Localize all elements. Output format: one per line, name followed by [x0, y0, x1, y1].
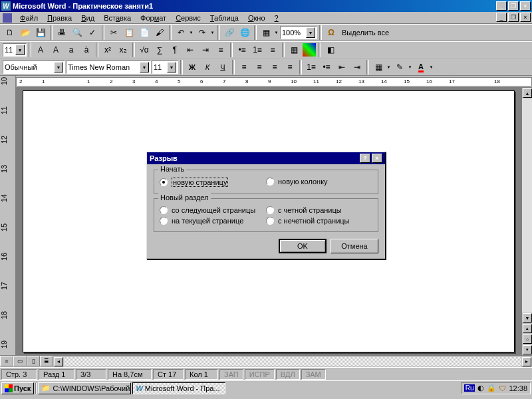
normal-view-icon[interactable]: ≡ — [0, 356, 13, 366]
numbered-list-icon[interactable]: 1≡ — [304, 60, 319, 74]
web-toolbar-icon[interactable]: 🌐 — [237, 25, 252, 40]
print-icon[interactable]: 🖶 — [55, 25, 69, 40]
x-super-icon[interactable]: x² — [100, 43, 115, 57]
highlight-icon[interactable]: ✎ — [392, 60, 407, 74]
menu-help[interactable]: ? — [271, 13, 283, 23]
web-view-icon[interactable]: ▭ — [13, 356, 27, 366]
ok-button[interactable]: OK — [279, 239, 327, 253]
radio-even-page[interactable]: с четной страницы — [266, 205, 372, 215]
paste-icon[interactable]: 📄 — [137, 25, 152, 40]
tables-borders-icon[interactable]: ▦ — [259, 25, 273, 40]
tray-icon-2[interactable]: 🔒 — [487, 384, 496, 392]
radio-new-column[interactable]: новую колонку — [266, 176, 372, 187]
align-left-icon[interactable]: ≡ — [237, 60, 251, 74]
menu-table[interactable]: Таблица — [206, 13, 243, 23]
browse-object-icon[interactable]: ○ — [523, 334, 532, 344]
borders-icon[interactable]: ▦ — [371, 60, 386, 74]
doc-minimize-button[interactable]: _ — [496, 13, 507, 22]
scroll-down-icon[interactable]: ▼ — [523, 313, 532, 323]
bold-icon[interactable]: Ж — [185, 60, 200, 74]
radio-new-page[interactable]: новую страницу — [160, 176, 266, 188]
zoom-combo[interactable]: 100%▼ — [280, 26, 317, 39]
outdent-icon[interactable]: ⇤ — [334, 60, 349, 74]
menu-view[interactable]: Вид — [77, 13, 98, 23]
cut-icon[interactable]: ✂ — [106, 25, 121, 40]
undo-icon[interactable]: ↶ — [174, 25, 188, 40]
maximize-button[interactable]: ❐ — [508, 1, 519, 11]
redo-icon[interactable]: ↷ — [195, 25, 209, 40]
paragraph-icon[interactable]: ¶ — [168, 43, 182, 57]
prev-page-icon[interactable]: ▴ — [523, 324, 532, 333]
taskbar-explorer[interactable]: 📁C:\WINDOWS\Рабочий с... — [38, 382, 131, 394]
menu-format[interactable]: Формат — [136, 13, 170, 23]
underline-icon[interactable]: Ч — [215, 60, 230, 74]
next-page-icon[interactable]: ▾ — [523, 345, 532, 354]
sum-icon[interactable]: ∑ — [152, 43, 167, 57]
small-a-icon[interactable]: a — [64, 43, 78, 57]
bullets-icon[interactable]: •≡ — [235, 43, 249, 57]
menu-file[interactable]: Файл — [16, 13, 42, 23]
menu-edit[interactable]: Правка — [43, 13, 76, 23]
accent-a-icon[interactable]: à — [79, 43, 94, 57]
left-align-icon[interactable]: ≡ — [213, 43, 228, 57]
superscript-a-icon[interactable]: A — [33, 43, 48, 57]
close-button[interactable]: × — [520, 1, 531, 11]
horizontal-scrollbar[interactable]: ◄ ► — [53, 356, 532, 367]
chart-icon[interactable] — [302, 43, 317, 57]
format-painter-icon[interactable]: 🖌 — [152, 25, 167, 40]
increase-indent-icon[interactable]: ⇥ — [198, 43, 213, 57]
dialog-close-button[interactable]: × — [372, 154, 382, 163]
italic-icon[interactable]: К — [200, 60, 215, 74]
font-size-combo[interactable]: 11▼ — [152, 61, 178, 74]
radio-next-page[interactable]: со следующей страницы — [160, 205, 266, 215]
doc-close-button[interactable]: × — [520, 13, 531, 22]
scroll-up-icon[interactable]: ▲ — [523, 88, 532, 98]
language-indicator[interactable]: Ru — [464, 384, 475, 392]
select-all-label[interactable]: Выделить все — [339, 29, 392, 37]
style-combo[interactable]: Обычный▼ — [3, 61, 65, 74]
radio-odd-page[interactable]: с нечетной страницы — [266, 215, 372, 226]
numbering-icon[interactable]: 1≡ — [250, 43, 265, 57]
document-map-icon[interactable]: ◧ — [323, 43, 338, 57]
new-icon[interactable]: 🗋 — [3, 25, 17, 40]
menu-insert[interactable]: Вставка — [100, 13, 135, 23]
menu-tools[interactable]: Сервис — [172, 13, 205, 23]
align-center-icon[interactable]: ≡ — [252, 60, 267, 74]
align-right-icon[interactable]: ≡ — [267, 60, 282, 74]
font-size-combo-2[interactable]: 11▼ — [3, 43, 27, 57]
menu-window[interactable]: Окно — [244, 13, 269, 23]
outline-view-icon[interactable]: ≣ — [40, 356, 53, 366]
page-view-icon[interactable]: ▯ — [27, 356, 40, 366]
taskbar-word[interactable]: WMicrosoft Word - Пра... — [132, 382, 225, 394]
bullet-list-icon[interactable]: •≡ — [319, 60, 334, 74]
scroll-right-icon[interactable]: ► — [522, 357, 531, 366]
vertical-scrollbar[interactable]: ▲ ▼ ▴ ○ ▾ — [521, 88, 532, 355]
multilevel-icon[interactable]: ≡ — [265, 43, 280, 57]
spellcheck-icon[interactable]: ✓ — [85, 25, 100, 40]
decrease-indent-icon[interactable]: ⇤ — [183, 43, 198, 57]
x-sub-icon[interactable]: x₂ — [116, 43, 130, 57]
sqrt-icon[interactable]: √α — [137, 43, 152, 57]
copy-icon[interactable]: 📋 — [122, 25, 136, 40]
dialog-help-button[interactable]: ? — [360, 154, 370, 163]
scroll-left-icon[interactable]: ◄ — [54, 357, 63, 366]
start-button[interactable]: Пуск — [1, 382, 34, 394]
font-color-icon[interactable]: А — [414, 60, 428, 74]
insert-table-icon[interactable]: ▦ — [287, 43, 301, 57]
open-icon[interactable]: 📂 — [18, 25, 33, 40]
tray-clock[interactable]: 12:38 — [509, 384, 527, 392]
undo-dropdown[interactable]: ▼ — [188, 25, 194, 40]
subscript-a-icon[interactable]: A — [49, 43, 63, 57]
tray-icon-3[interactable]: 🛡 — [499, 384, 506, 392]
radio-current-page[interactable]: на текущей странице — [160, 215, 266, 226]
redo-dropdown[interactable]: ▼ — [209, 25, 215, 40]
cancel-button[interactable]: Отмена — [331, 239, 378, 253]
omega-icon[interactable]: Ω — [324, 25, 338, 40]
justify-icon[interactable]: ≡ — [283, 60, 297, 74]
font-combo[interactable]: Times New Roman▼ — [66, 61, 151, 74]
save-icon[interactable]: 💾 — [33, 25, 48, 40]
tray-icon-1[interactable]: ◐ — [477, 384, 484, 392]
indent-icon[interactable]: ⇥ — [350, 60, 364, 74]
print-preview-icon[interactable]: 🔍 — [70, 25, 84, 40]
hyperlink-icon[interactable]: 🔗 — [222, 25, 237, 40]
